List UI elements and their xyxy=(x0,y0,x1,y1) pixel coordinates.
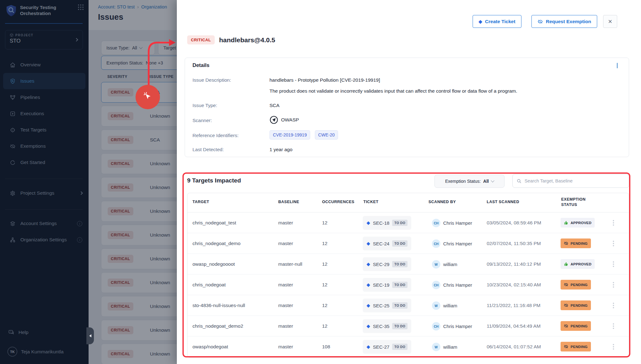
search-icon xyxy=(516,178,522,184)
avatar: W xyxy=(432,343,440,351)
targets-impacted-heading: 9 Targets Impacted xyxy=(187,177,241,184)
last-scanned: 11/09/2024, 04:54:49 AM xyxy=(487,316,541,336)
targets-exemption-filter[interactable]: Exemption Status: All xyxy=(434,175,505,188)
issue-description-label: Issue Description: xyxy=(192,77,231,83)
issue-type-value: SCA xyxy=(269,103,279,108)
exemption-badge: PENDING xyxy=(561,300,591,310)
ticket-key: SEC-19 xyxy=(373,282,390,288)
baseline: master xyxy=(278,233,293,254)
ticket-link[interactable]: ◆ SEC-19 TO DO xyxy=(363,278,411,292)
row-menu-button[interactable] xyxy=(610,239,617,248)
request-exemption-button[interactable]: Request Exemption xyxy=(531,15,597,28)
row-menu-button[interactable] xyxy=(610,218,617,227)
ticket-key: SEC-27 xyxy=(373,344,390,350)
targets-table: TARGET BASELINE OCCURRENCES TICKET SCANN… xyxy=(187,193,629,358)
row-menu-button[interactable] xyxy=(610,322,617,331)
target-name: owasp/nodegoat xyxy=(192,336,275,357)
eye-slash-icon xyxy=(564,282,568,287)
jira-diamond-icon: ◆ xyxy=(367,241,370,246)
col-scanned-by: SCANNED BY xyxy=(428,200,456,204)
details-card: Details Issue Description: handlebars - … xyxy=(185,58,629,157)
last-detected-label: Last Detected: xyxy=(192,147,224,152)
table-row: chris_nodegoat_test master 12 ◆ SEC-18 T… xyxy=(187,213,629,233)
scanned-by: william xyxy=(443,295,457,316)
ticket-key: SEC-29 xyxy=(373,262,390,267)
jira-diamond-icon: ◆ xyxy=(367,344,370,350)
scanned-by: Chris Hamper xyxy=(443,213,472,233)
table-row: sto-4836-null-issues-null master 12 ◆ SE… xyxy=(187,295,629,316)
eye-slash-icon xyxy=(564,344,568,349)
issue-title: handlebars@4.0.5 xyxy=(219,36,275,44)
collapse-details-button[interactable] xyxy=(614,64,620,68)
col-target: TARGET xyxy=(192,200,209,204)
scanned-by: Chris Hamper xyxy=(443,233,472,254)
exemption-badge: PENDING xyxy=(561,238,591,248)
issue-detail-panel: ◆ Create Ticket Request Exemption × CRIT… xyxy=(177,0,641,364)
thumbs-up-icon xyxy=(564,262,568,266)
jira-diamond-icon: ◆ xyxy=(367,303,370,308)
issue-description-title: handlebars - Prototype Pollution [CVE-20… xyxy=(269,77,380,83)
app-window: Security Testing Orchestration PROJECT S… xyxy=(0,0,641,364)
scanner-value: OWASP xyxy=(269,115,299,124)
cwe-chip[interactable]: CWE-20 xyxy=(315,130,338,140)
row-menu-button[interactable] xyxy=(610,260,617,269)
row-menu-button[interactable] xyxy=(610,342,617,351)
ticket-key: SEC-35 xyxy=(373,324,390,329)
eye-slash-icon xyxy=(564,241,568,246)
jira-diamond-icon: ◆ xyxy=(367,282,370,288)
jira-diamond-icon: ◆ xyxy=(367,220,370,226)
chevron-down-icon xyxy=(491,179,494,182)
last-scanned: 10/23/2024, 02:15:40 AM xyxy=(487,274,541,295)
reference-identifiers: CVE-2019-19919 CWE-20 xyxy=(269,130,341,140)
ticket-link[interactable]: ◆ SEC-35 TO DO xyxy=(363,319,411,333)
jira-diamond-icon: ◆ xyxy=(367,323,370,329)
ticket-link[interactable]: ◆ SEC-27 TO DO xyxy=(363,340,411,354)
row-menu-button[interactable] xyxy=(610,280,617,289)
table-row: owasp_nodegoooot master-null 12 ◆ SEC-29… xyxy=(187,254,629,274)
ticket-status-badge: TO DO xyxy=(392,282,408,288)
col-ticket: TICKET xyxy=(363,200,378,204)
occurrences: 108 xyxy=(322,336,330,357)
details-heading: Details xyxy=(192,62,209,68)
targets-search xyxy=(512,174,629,188)
baseline: master-null xyxy=(278,254,302,274)
target-name: chris_nodegoat_demo2 xyxy=(192,316,275,336)
create-ticket-button[interactable]: ◆ Create Ticket xyxy=(473,15,521,28)
collapse-arrow-icon xyxy=(89,334,91,337)
ticket-link[interactable]: ◆ SEC-18 TO DO xyxy=(363,216,411,230)
exemption-badge: PENDING xyxy=(561,321,591,331)
target-name: chris_nodegoat xyxy=(192,274,275,295)
col-baseline: BASELINE xyxy=(278,200,299,204)
target-name: chris_nodegoat_demo xyxy=(192,233,275,254)
close-button[interactable]: × xyxy=(603,15,617,28)
avatar: W xyxy=(432,301,440,310)
ticket-link[interactable]: ◆ SEC-29 TO DO xyxy=(363,257,411,271)
ticket-status-badge: TO DO xyxy=(392,261,408,267)
baseline: master xyxy=(278,336,293,357)
reference-identifiers-label: Reference Identifiers: xyxy=(192,133,238,138)
owasp-zap-icon xyxy=(269,115,278,124)
ticket-link[interactable]: ◆ SEC-25 TO DO xyxy=(363,299,411,312)
cve-chip[interactable]: CVE-2019-19919 xyxy=(269,130,310,140)
search-input[interactable] xyxy=(525,178,625,183)
exemption-badge: PENDING xyxy=(561,280,591,290)
targets-table-header: TARGET BASELINE OCCURRENCES TICKET SCANN… xyxy=(187,193,629,213)
ticket-diamond-icon: ◆ xyxy=(479,19,482,24)
occurrences: 12 xyxy=(322,254,327,274)
close-icon: × xyxy=(608,18,612,25)
occurrences: 12 xyxy=(322,213,327,233)
modal-backdrop xyxy=(0,0,177,364)
exemption-badge: APPROVED xyxy=(561,218,595,228)
eye-slash-icon xyxy=(564,324,568,328)
scanned-by: Chris Hamper xyxy=(443,274,472,295)
scanned-by: william xyxy=(443,254,457,274)
ticket-link[interactable]: ◆ SEC-24 TO DO xyxy=(363,237,411,250)
last-scanned: 11/21/2022, 11:16:48 PM xyxy=(487,295,541,316)
avatar: CH xyxy=(432,322,440,331)
row-menu-button[interactable] xyxy=(610,301,617,310)
sidebar-collapse-handle[interactable] xyxy=(86,327,94,344)
exemption-status-text: APPROVED xyxy=(571,262,592,266)
thumbs-up-icon xyxy=(564,220,568,225)
ticket-status-badge: TO DO xyxy=(392,344,408,350)
target-name: sto-4836-null-issues-null xyxy=(192,295,275,316)
